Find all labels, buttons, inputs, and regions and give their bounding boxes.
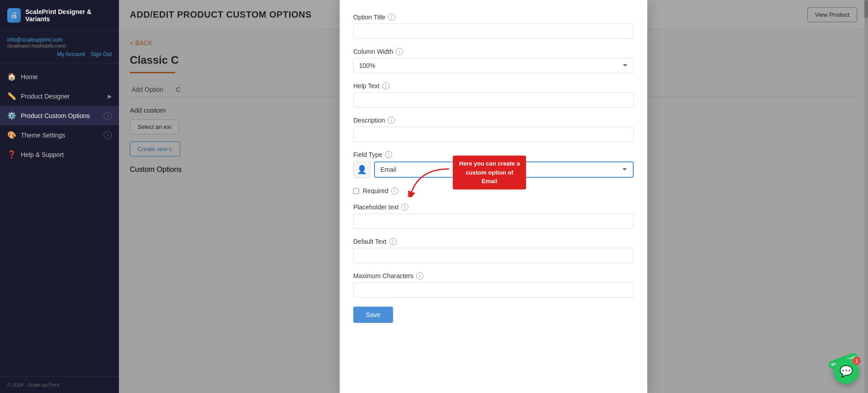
theme-settings-icon: 🎨 bbox=[7, 131, 16, 139]
help-text-info-icon[interactable]: i bbox=[382, 82, 389, 90]
chat-icon: 💬 bbox=[840, 365, 853, 378]
option-title-label: Option Title i bbox=[353, 14, 634, 21]
sidebar-item-label-home: Home bbox=[21, 73, 112, 80]
placeholder-text-input[interactable] bbox=[353, 213, 634, 229]
field-type-select-wrapper: Text Email Number Textarea Select Checkb… bbox=[374, 161, 634, 178]
option-title-info-icon[interactable]: i bbox=[388, 14, 395, 21]
modal-dialog: Option Title i Column Width i 100% 75% 6… bbox=[340, 0, 647, 393]
required-checkbox[interactable] bbox=[353, 188, 359, 194]
user-shop: (scaleupyt.myshopify.com) bbox=[7, 43, 112, 48]
sidebar-item-label-product-custom-options: Product Custom Options bbox=[21, 112, 99, 119]
help-text-label: Help Text i bbox=[353, 82, 634, 90]
field-type-info-icon[interactable]: i bbox=[385, 151, 392, 158]
email-field-icon: 👤 bbox=[357, 165, 367, 175]
description-group: Description i bbox=[353, 117, 634, 142]
chat-widget[interactable]: We Are Here! 💬 1 bbox=[834, 359, 859, 384]
column-width-group: Column Width i 100% 75% 66% 50% 33% 25% bbox=[353, 48, 634, 73]
description-input[interactable] bbox=[353, 127, 634, 142]
required-row: Required i bbox=[353, 187, 634, 194]
max-chars-group: Maximum Characters i bbox=[353, 272, 634, 298]
max-chars-input[interactable] bbox=[353, 282, 634, 298]
default-text-group: Default Text i bbox=[353, 238, 634, 263]
max-chars-info-icon[interactable]: i bbox=[416, 272, 423, 279]
main-content-area: ADD/EDIT PRODUCT CUSTOM OPTIONS View Pro… bbox=[119, 0, 868, 393]
sidebar-nav: 🏠 Home ✏️ Product Designer ▶ ⚙️ Product … bbox=[0, 63, 119, 376]
option-title-input[interactable] bbox=[353, 24, 634, 39]
sidebar-item-product-custom-options[interactable]: ⚙️ Product Custom Options i bbox=[0, 106, 119, 125]
brand-icon: 🖨 bbox=[7, 8, 21, 23]
help-text-group: Help Text i bbox=[353, 82, 634, 108]
required-info-icon[interactable]: i bbox=[391, 187, 398, 194]
sidebar-item-help-support[interactable]: ❓ Help & Support bbox=[0, 145, 119, 164]
sidebar-brand: 🖨 ScalePrint Designer & Variants bbox=[0, 0, 119, 31]
chat-button[interactable]: 💬 1 bbox=[834, 359, 859, 384]
field-type-group: Field Type i 👤 Text Email Number Textare… bbox=[353, 151, 634, 178]
product-designer-icon: ✏️ bbox=[7, 92, 16, 100]
sign-out-link[interactable]: Sign Out bbox=[90, 51, 112, 57]
sidebar-user-section: info@scaleupprint.com (scaleupyt.myshopi… bbox=[0, 31, 119, 63]
sidebar: 🖨 ScalePrint Designer & Variants info@sc… bbox=[0, 0, 119, 393]
column-width-info-icon[interactable]: i bbox=[396, 48, 403, 55]
brand-logo-icon: 🖨 bbox=[10, 11, 18, 19]
option-title-group: Option Title i bbox=[353, 14, 634, 39]
save-button[interactable]: Save bbox=[353, 307, 393, 323]
home-icon: 🏠 bbox=[7, 72, 16, 81]
required-label: Required i bbox=[363, 187, 398, 194]
description-label: Description i bbox=[353, 117, 634, 124]
sidebar-item-product-designer[interactable]: ✏️ Product Designer ▶ bbox=[0, 86, 119, 106]
max-chars-label: Maximum Characters i bbox=[353, 272, 634, 279]
field-type-row: 👤 Text Email Number Textarea Select Chec… bbox=[353, 161, 634, 178]
product-custom-options-icon: ⚙️ bbox=[7, 111, 16, 120]
description-info-icon[interactable]: i bbox=[388, 117, 395, 124]
default-text-info-icon[interactable]: i bbox=[389, 238, 397, 245]
help-text-input[interactable] bbox=[353, 92, 634, 108]
chevron-right-icon: ▶ bbox=[108, 93, 112, 99]
placeholder-text-group: Placeholder text i bbox=[353, 204, 634, 229]
default-text-input[interactable] bbox=[353, 248, 634, 263]
sidebar-item-theme-settings[interactable]: 🎨 Theme Settings i bbox=[0, 125, 119, 145]
field-type-select[interactable]: Text Email Number Textarea Select Checkb… bbox=[374, 161, 634, 178]
placeholder-text-label: Placeholder text i bbox=[353, 204, 634, 211]
column-width-select[interactable]: 100% 75% 66% 50% 33% 25% bbox=[353, 58, 634, 73]
user-email[interactable]: info@scaleupprint.com bbox=[7, 37, 112, 43]
column-width-label: Column Width i bbox=[353, 48, 634, 55]
sidebar-item-home[interactable]: 🏠 Home bbox=[0, 67, 119, 86]
sidebar-footer: © 2024 - Scale-up Print bbox=[0, 376, 119, 393]
sidebar-item-label-theme-settings: Theme Settings bbox=[21, 132, 99, 139]
sidebar-item-label-product-designer: Product Designer bbox=[21, 93, 103, 100]
brand-name: ScalePrint Designer & Variants bbox=[25, 8, 112, 23]
default-text-label: Default Text i bbox=[353, 238, 634, 245]
help-support-icon: ❓ bbox=[7, 150, 16, 159]
field-type-icon-button[interactable]: 👤 bbox=[353, 161, 370, 178]
chat-badge: 1 bbox=[853, 357, 861, 365]
sidebar-item-label-help-support: Help & Support bbox=[21, 151, 112, 158]
info-icon-theme-settings[interactable]: i bbox=[104, 131, 112, 139]
info-icon-custom-options[interactable]: i bbox=[104, 112, 112, 120]
placeholder-text-info-icon[interactable]: i bbox=[401, 204, 408, 211]
field-type-label: Field Type i bbox=[353, 151, 634, 158]
my-account-link[interactable]: My Account bbox=[57, 51, 85, 57]
